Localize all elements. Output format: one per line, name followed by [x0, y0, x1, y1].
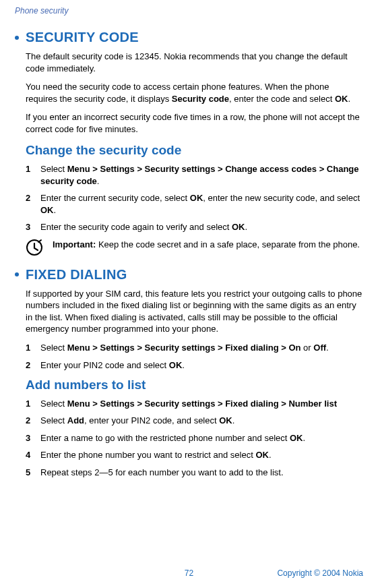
list-text: Enter the security code again to verify …	[40, 221, 363, 233]
paragraph: If supported by your SIM card, this feat…	[26, 288, 363, 335]
bold-text: OK	[232, 222, 245, 232]
list-number: 2	[26, 192, 40, 216]
list-number: 1	[26, 163, 40, 187]
bold-text: OK	[335, 94, 348, 104]
bullet-icon	[15, 272, 19, 276]
list-text: Select Menu > Settings > Security settin…	[40, 398, 363, 410]
subheading-change-code: Change the security code	[26, 142, 363, 159]
text: .	[54, 205, 57, 215]
list-number: 1	[26, 342, 40, 354]
text: Enter your PIN2 code and select	[40, 360, 169, 370]
text: .	[245, 222, 248, 232]
page-footer: 72 Copyright © 2004 Nokia	[0, 568, 378, 579]
list-text: Enter a name to go with the restricted p…	[40, 432, 363, 444]
text: , enter your PIN2 code, and select	[84, 415, 219, 425]
ordered-list: 1 Select Menu > Settings > Security sett…	[26, 342, 363, 371]
text: , enter the code and select	[229, 94, 335, 104]
important-text: Important: Keep the code secret and in a…	[53, 239, 360, 251]
text: or	[301, 343, 314, 353]
list-number: 2	[26, 415, 40, 427]
list-text: Select Menu > Settings > Security settin…	[40, 342, 363, 354]
text: .	[269, 450, 272, 460]
text: Enter the security code again to verify …	[40, 222, 232, 232]
list-item: 2 Enter the current security code, selec…	[26, 192, 363, 216]
important-note: Important: Keep the code secret and in a…	[26, 239, 363, 256]
bold-text: OK	[290, 433, 303, 443]
list-text: Enter your PIN2 code and select OK.	[40, 359, 363, 372]
bold-text: OK	[190, 193, 203, 203]
bold-text: Off	[313, 343, 326, 353]
paragraph: The default security code is 12345. Noki…	[26, 51, 363, 74]
text: .	[326, 343, 329, 353]
list-number: 1	[26, 398, 40, 410]
list-item: 1 Select Menu > Settings > Security sett…	[26, 398, 363, 410]
text: , enter the new security code, and selec…	[203, 193, 360, 203]
paragraph: You need the security code to access cer…	[26, 81, 363, 105]
bold-text: OK	[40, 205, 54, 215]
bold-text: Menu > Settings > Security settings > Fi…	[67, 343, 301, 353]
text: Keep the code secret and in a safe place…	[98, 239, 360, 249]
bold-text: OK	[219, 415, 232, 425]
bold-text: Menu > Settings > Security settings > Fi…	[67, 399, 337, 409]
list-number: 4	[26, 449, 40, 461]
section-heading: SECURITY CODE	[26, 28, 139, 47]
text: .	[232, 415, 235, 425]
subheading-add-numbers: Add numbers to list	[26, 376, 363, 394]
list-item: 4 Enter the phone number you want to res…	[26, 449, 363, 461]
text: .	[303, 433, 306, 443]
list-item: 2 Enter your PIN2 code and select OK.	[26, 359, 363, 372]
text: Select	[40, 164, 67, 174]
list-item: 1 Select Menu > Settings > Security sett…	[26, 163, 363, 187]
important-icon	[26, 239, 43, 256]
list-number: 5	[26, 467, 40, 479]
section-security-code: SECURITY CODE	[15, 28, 363, 47]
bold-text: Important:	[53, 239, 98, 249]
list-text: Enter the phone number you want to restr…	[40, 449, 363, 461]
list-item: 1 Select Menu > Settings > Security sett…	[26, 342, 363, 354]
ordered-list: 1 Select Menu > Settings > Security sett…	[26, 163, 363, 233]
text: Select	[40, 399, 67, 409]
ordered-list: 1 Select Menu > Settings > Security sett…	[26, 398, 363, 479]
text: .	[97, 176, 100, 186]
page-header: Phone security	[15, 5, 363, 16]
text: Enter a name to go with the restricted p…	[40, 433, 290, 443]
list-item: 3 Enter a name to go with the restricted…	[26, 432, 363, 444]
list-text: Select Add, enter your PIN2 code, and se…	[40, 415, 363, 427]
page-number: 72	[185, 568, 193, 578]
paragraph: If you enter an incorrect security code …	[26, 111, 363, 135]
copyright-text: Copyright © 2004 Nokia	[277, 568, 363, 579]
list-text: Repeat steps 2—5 for each number you wan…	[40, 467, 363, 479]
text: Select	[40, 343, 67, 353]
list-item: 3 Enter the security code again to verif…	[26, 221, 363, 233]
list-number: 3	[26, 432, 40, 444]
bullet-icon	[15, 36, 19, 40]
text: Enter the phone number you want to restr…	[40, 450, 255, 460]
section-heading: FIXED DIALING	[26, 266, 127, 284]
list-number: 2	[26, 359, 40, 372]
bold-text: Security code	[172, 94, 229, 104]
text: .	[348, 94, 350, 104]
bold-text: OK	[169, 360, 183, 370]
list-item: 2 Select Add, enter your PIN2 code, and …	[26, 415, 363, 427]
bold-text: OK	[255, 450, 269, 460]
list-text: Enter the current security code, select …	[40, 192, 363, 216]
text: .	[182, 360, 185, 370]
text: Enter the current security code, select	[40, 193, 190, 203]
bold-text: Menu > Settings > Security settings > Ch…	[40, 164, 359, 186]
text: Select	[40, 415, 67, 425]
bold-text: Add	[67, 415, 84, 425]
list-item: 5 Repeat steps 2—5 for each number you w…	[26, 467, 363, 479]
list-text: Select Menu > Settings > Security settin…	[40, 163, 363, 187]
section-fixed-dialing: FIXED DIALING	[15, 266, 363, 284]
list-number: 3	[26, 221, 40, 233]
